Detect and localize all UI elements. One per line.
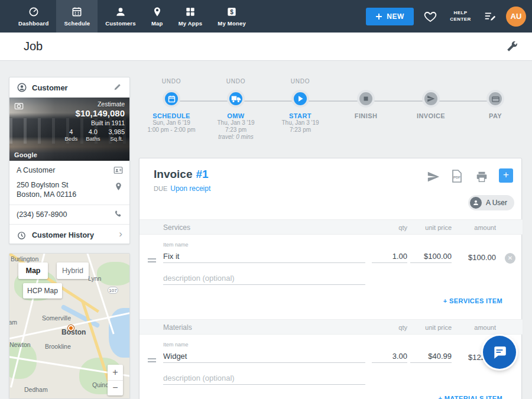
drag-handle[interactable] (148, 356, 156, 364)
new-button-label: NEW (387, 12, 404, 21)
send-icon[interactable] (422, 90, 440, 108)
hcp-map-button[interactable]: HCP Map (23, 283, 62, 299)
truck-icon[interactable] (227, 90, 245, 108)
step-label[interactable]: SCHEDULE (136, 112, 207, 119)
service-item-name-input[interactable] (163, 250, 365, 263)
location-pin-icon[interactable] (113, 181, 124, 192)
drag-handle[interactable] (148, 257, 156, 264)
navbar-right-cluster: NEW HELP CENTER AU (366, 0, 526, 33)
undo-schedule-button[interactable]: UNDO (136, 78, 207, 86)
customer-phone-row: (234) 567-8900 (9, 205, 129, 225)
qty-column-header: qty (372, 324, 407, 331)
chat-launcher-button[interactable] (483, 336, 516, 369)
heart-icon[interactable] (423, 9, 437, 24)
material-item-description-input[interactable] (163, 372, 365, 385)
due-terms-link[interactable]: Upon receipt (170, 184, 210, 193)
mini-map-card: Burlington Lynn 1 107 Waltham Somerville… (9, 253, 130, 399)
remove-service-item-icon[interactable]: ✕ (505, 253, 515, 264)
person-icon (115, 6, 126, 18)
qty-column-header: qty (372, 224, 407, 231)
activity-edit-icon[interactable] (484, 10, 497, 23)
step-label[interactable]: PAY (460, 112, 531, 119)
send-invoice-icon[interactable] (427, 170, 440, 183)
nav-item-my-money[interactable]: $ My Money (210, 0, 254, 33)
service-item-unit-price-input[interactable] (410, 250, 452, 263)
customer-name: A Customer (17, 166, 109, 176)
step-label[interactable]: FINISH (330, 112, 401, 119)
material-item-name-input[interactable] (163, 350, 365, 363)
step-date: Thu, Jan 3 '19 (265, 119, 336, 126)
step-label[interactable]: INVOICE (395, 112, 466, 119)
due-label: DUE (154, 185, 167, 192)
undo-start-button[interactable]: UNDO (265, 78, 336, 86)
service-item-description-input[interactable] (163, 272, 365, 285)
svg-text:PDF: PDF (453, 176, 460, 179)
edit-pencil-icon[interactable] (113, 82, 122, 92)
money-icon: $ (226, 6, 238, 18)
google-watermark: Google (14, 151, 37, 158)
property-photo: Zestimate $10,149,080 Built in 1911 4 Be… (9, 98, 129, 161)
step-omw: UNDO OMW Thu, Jan 3 '19 7:23 pm travel: … (200, 78, 271, 141)
material-item-unit-price-input[interactable] (410, 350, 452, 363)
material-item-qty-input[interactable] (372, 350, 407, 363)
zoom-in-button[interactable]: + (108, 365, 123, 380)
nav-item-map[interactable]: Map (144, 0, 171, 33)
schedule-step-icon[interactable] (163, 90, 180, 108)
item-name-label: Item name (163, 242, 189, 248)
beds-stat: 4 Beds (65, 128, 78, 142)
sqft-value: 3,985 (108, 128, 125, 135)
invoice-number[interactable]: #1 (196, 168, 208, 180)
play-icon[interactable] (291, 90, 309, 108)
beds-value: 4 (65, 128, 78, 135)
add-invoice-button[interactable]: + (499, 168, 513, 183)
nav-label: Map (151, 20, 163, 27)
map-label-somerville: Somerville (42, 314, 71, 322)
job-tools-icon[interactable] (505, 40, 519, 54)
item-name-label: Item name (163, 342, 189, 348)
route-shield-107: 107 (108, 287, 118, 294)
printer-icon[interactable] (475, 170, 488, 183)
map-zoom-control: + − (108, 365, 123, 395)
map-label-newton: Newton (9, 341, 31, 348)
dashboard-icon (28, 6, 40, 18)
service-item-amount: $100.00 (449, 253, 496, 262)
customer-card-header: Customer (9, 77, 129, 98)
zoom-out-button[interactable]: − (108, 381, 123, 396)
customer-history-label: Customer History (32, 231, 94, 239)
baths-label: Baths (86, 135, 100, 142)
contact-card-icon[interactable] (113, 165, 124, 176)
amount-column-header: amount (449, 324, 496, 331)
map-label-lynn: Lynn (88, 275, 101, 282)
assigned-user-chip[interactable]: A User (468, 195, 514, 210)
apps-grid-icon (184, 6, 196, 18)
unit-price-column-header: unit price (404, 224, 452, 231)
pdf-icon[interactable]: PDF (451, 169, 463, 183)
customer-card-title: Customer (32, 83, 68, 92)
service-item-qty-input[interactable] (372, 250, 407, 263)
credit-card-icon[interactable] (486, 90, 504, 108)
user-avatar-icon (470, 197, 482, 209)
help-center-link[interactable]: HELP CENTER (447, 10, 474, 23)
services-section-label: Services (163, 223, 190, 232)
step-time: 7:23 pm (200, 126, 271, 134)
add-materials-item-link[interactable]: + MATERIALS ITEM (404, 395, 502, 399)
customer-history-row[interactable]: Customer History › (9, 224, 129, 246)
nav-item-customers[interactable]: Customers (98, 0, 143, 33)
step-label[interactable]: START (265, 112, 336, 119)
invoice-title: Invoice#1 (154, 168, 209, 181)
stop-icon[interactable] (357, 90, 375, 108)
step-label[interactable]: OMW (200, 112, 271, 119)
new-button[interactable]: NEW (366, 8, 414, 25)
undo-omw-button[interactable]: UNDO (200, 78, 271, 86)
nav-item-my-apps[interactable]: My Apps (171, 0, 210, 33)
hybrid-type-button[interactable]: Hybrid (57, 262, 89, 279)
nav-item-dashboard[interactable]: Dashboard (11, 0, 56, 33)
add-services-item-link[interactable]: + SERVICES ITEM (404, 297, 502, 304)
nav-item-schedule[interactable]: Schedule (56, 0, 98, 33)
phone-icon[interactable] (113, 209, 124, 219)
map-label-waltham: Waltham (9, 319, 17, 326)
step-date: Thu, Jan 3 '19 (200, 119, 271, 126)
map-label-dedham: Dedham (24, 386, 48, 393)
user-avatar[interactable]: AU (506, 7, 526, 27)
map-type-button[interactable]: Map (18, 262, 48, 279)
